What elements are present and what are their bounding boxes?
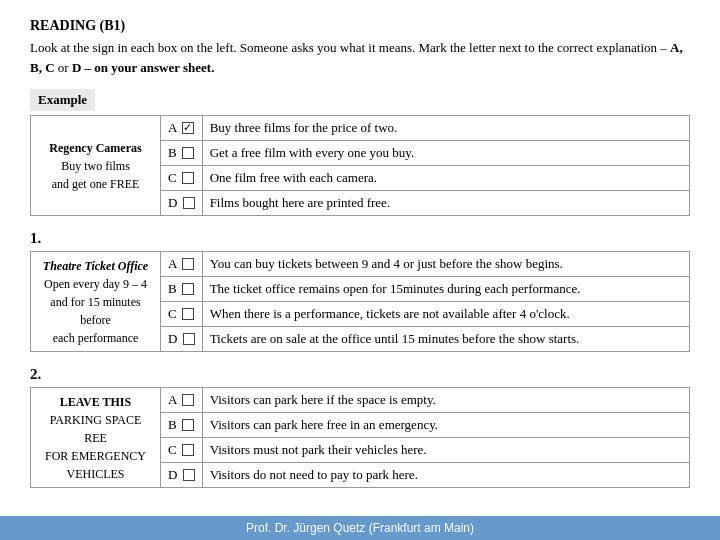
option-c-letter: C [161,166,203,191]
reading-heading: READING (B1) [30,18,690,34]
example-table: Regency Cameras Buy two films and get on… [30,115,690,216]
instructions-end: – on your answer sheet. [85,60,215,75]
q1-sign-line3: and for 15 minutes before [38,293,153,329]
option-d-letter: D [161,191,203,216]
table-row: Theatre Ticket Office Open every day 9 –… [31,252,690,277]
footer-text: Prof. Dr. Jürgen Quetz (Frankfurt am Mai… [246,521,474,535]
q1-checkbox-c [182,308,194,320]
example-label: Example [30,89,95,111]
q1-option-a-text: You can buy tickets between 9 and 4 or j… [202,252,689,277]
q2-option-d-text: Visitors do not need to pay to park here… [202,463,689,488]
example-sign-line2: Buy two films [38,157,153,175]
option-a-text: Buy three films for the price of two. [202,116,689,141]
q1-option-b-text: The ticket office remains open for 15min… [202,277,689,302]
example-sign-cell: Regency Cameras Buy two films and get on… [31,116,161,216]
q1-option-d-letter: D [161,327,203,352]
option-b-letter: B [161,141,203,166]
q1-checkbox-b [182,283,194,295]
q1-table: Theatre Ticket Office Open every day 9 –… [30,251,690,352]
example-sign-title: Regency Cameras [38,139,153,157]
q2-checkbox-d [183,469,195,481]
option-b-text: Get a free film with every one you buy. [202,141,689,166]
q1-checkbox-a [182,258,194,270]
q2-block: 2. LEAVE THIS PARKING SPACE REE FOR EMER… [30,366,690,488]
checkbox-d-empty [183,197,195,209]
q2-checkbox-a [182,394,194,406]
q2-checkbox-b [182,419,194,431]
emphasis-d: D [72,60,81,75]
table-row: LEAVE THIS PARKING SPACE REE FOR EMERGEN… [31,388,690,413]
footer: Prof. Dr. Jürgen Quetz (Frankfurt am Mai… [0,516,720,540]
q1-option-d-text: Tickets are on sale at the office until … [202,327,689,352]
q2-option-a-letter: A [161,388,203,413]
option-d-text: Films bought here are printed free. [202,191,689,216]
q1-option-c-letter: C [161,302,203,327]
option-a-letter: A [161,116,203,141]
q2-option-b-letter: B [161,413,203,438]
q2-sign-title: LEAVE THIS [38,393,153,411]
q2-sign-line4: VEHICLES [38,465,153,483]
example-sign-line3: and get one FREE [38,175,153,193]
q2-checkbox-c [182,444,194,456]
q1-option-a-letter: A [161,252,203,277]
q1-checkbox-d [183,333,195,345]
instructions-text: Look at the sign in each box on the left… [30,40,667,55]
q1-option-b-letter: B [161,277,203,302]
checkbox-c-empty [182,172,194,184]
q2-sign-line3: FOR EMERGENCY [38,447,153,465]
checkbox-b-empty [182,147,194,159]
instructions-or: or [58,60,72,75]
q1-sign-cell: Theatre Ticket Office Open every day 9 –… [31,252,161,352]
q1-block: 1. Theatre Ticket Office Open every day … [30,230,690,352]
q1-sign-line4: each performance [38,329,153,347]
q1-number: 1. [30,230,690,247]
q2-option-c-letter: C [161,438,203,463]
table-row: Regency Cameras Buy two films and get on… [31,116,690,141]
q2-number: 2. [30,366,690,383]
main-content: READING (B1) Look at the sign in each bo… [0,0,720,516]
instructions: Look at the sign in each box on the left… [30,38,690,77]
q2-option-d-letter: D [161,463,203,488]
checkbox-a-checked [182,122,194,134]
option-c-text: One film free with each camera. [202,166,689,191]
q2-option-a-text: Visitors can park here if the space is e… [202,388,689,413]
q1-sign-line2: Open every day 9 – 4 [38,275,153,293]
q2-sign-cell: LEAVE THIS PARKING SPACE REE FOR EMERGEN… [31,388,161,488]
q2-table: LEAVE THIS PARKING SPACE REE FOR EMERGEN… [30,387,690,488]
q2-option-c-text: Visitors must not park their vehicles he… [202,438,689,463]
q2-option-b-text: Visitors can park here free in an emerge… [202,413,689,438]
example-block: Example Regency Cameras Buy two films an… [30,89,690,216]
q1-sign-title: Theatre Ticket Office [38,257,153,275]
q1-option-c-text: When there is a performance, tickets are… [202,302,689,327]
q2-sign-line2: PARKING SPACE REE [38,411,153,447]
